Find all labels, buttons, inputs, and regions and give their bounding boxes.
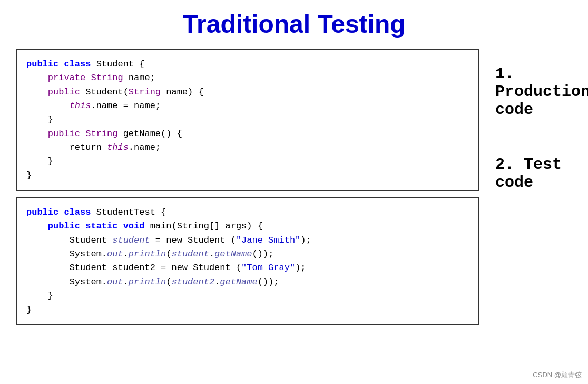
page-title: Traditional Testing [0, 0, 588, 49]
watermark: CSDN @顾青弦 [533, 370, 582, 380]
code-line-4: this.name = name; [26, 99, 469, 113]
left-column: public class Student { private String na… [16, 49, 479, 325]
code-line-1: public class Student { [26, 57, 469, 71]
code-line-8: } [26, 155, 469, 168]
test-line-4: System.out.println(student.getName()); [26, 247, 469, 261]
production-label: 1. Production code [495, 65, 588, 119]
code-line-9: } [26, 169, 469, 183]
test-line-5: Student student2 = new Student ("Tom Gra… [26, 261, 469, 275]
production-code-box: public class Student { private String na… [16, 49, 479, 191]
test-line-7: } [26, 289, 469, 303]
code-line-7: return this.name; [26, 141, 469, 155]
test-label: 2. Test code [495, 156, 588, 191]
right-column: 1. Production code 2. Test code [479, 49, 588, 325]
test-line-6: System.out.println(student2.getName()); [26, 275, 469, 289]
code-line-3: public Student(String name) { [26, 85, 469, 99]
test-line-3: Student student = new Student ("Jane Smi… [26, 234, 469, 247]
test-line-8: } [26, 303, 469, 317]
test-code-box: public class StudentTest { public static… [16, 197, 479, 325]
code-line-6: public String getName() { [26, 127, 469, 141]
test-line-2: public static void main(String[] args) { [26, 219, 469, 233]
main-content: public class Student { private String na… [0, 49, 588, 325]
test-line-1: public class StudentTest { [26, 206, 469, 219]
code-line-2: private String name; [26, 71, 469, 85]
code-line-5: } [26, 113, 469, 127]
